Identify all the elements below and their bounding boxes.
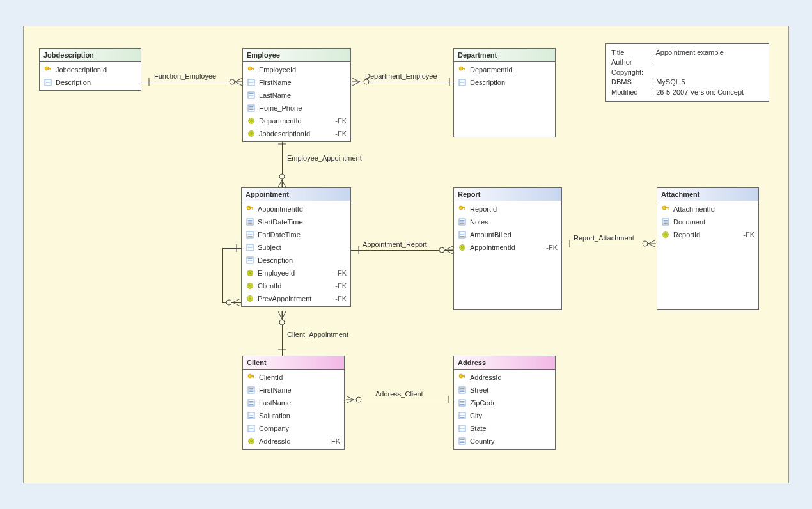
table-column: StartDateTime [242, 215, 350, 228]
table-column: AmountBilled [454, 228, 561, 241]
col-fk-suffix: -FK [743, 231, 754, 239]
col-label: FirstName [259, 386, 340, 394]
table-column: ZipCode [454, 396, 555, 409]
field-icon [247, 78, 256, 87]
col-label: FirstName [259, 79, 347, 86]
col-fk-suffix: -FK [335, 117, 347, 125]
rel-function-employee-crow [235, 78, 242, 86]
col-label: EmployeeId [259, 66, 347, 74]
table-column: EmployeeId -FK [242, 267, 350, 279]
col-label: AddressId [259, 437, 326, 445]
col-fk-suffix: -FK [335, 130, 347, 137]
info-title-value: : Appointment example [652, 48, 724, 58]
rel-employee-appointment-crow [278, 180, 286, 187]
table-column: ClientId -FK [242, 279, 350, 292]
key-icon [458, 373, 467, 382]
entity-employee[interactable]: Employee EmployeeId FirstName LastName H… [242, 48, 351, 142]
table-column: AttachmentId [657, 203, 758, 215]
key-icon [43, 65, 52, 74]
table-column: ReportId [454, 203, 561, 215]
rel-appointment-self-one [233, 244, 240, 252]
col-label: ClientId [258, 282, 332, 290]
entity-appointment-title: Appointment [242, 188, 350, 201]
col-label: LastName [259, 399, 340, 407]
col-label: StartDateTime [258, 218, 347, 226]
table-column: DepartmentId -FK [243, 114, 350, 127]
table-column: AddressId -FK [243, 435, 344, 448]
col-label: AppointmentId [470, 244, 543, 251]
fk-icon [246, 269, 254, 278]
col-label: ClientId [259, 373, 340, 381]
table-column: DepartmentId [454, 63, 555, 76]
col-label: Notes [470, 218, 558, 226]
rel-report-attachment-one [566, 240, 574, 247]
col-label: AppointmentId [258, 205, 347, 213]
table-column: Home_Phone [243, 102, 350, 114]
entity-report[interactable]: Report ReportId Notes AmountBilled Appoi… [453, 187, 562, 310]
info-box: Title : Appointment example Author : Cop… [605, 43, 769, 102]
rel-department-employee-crow [352, 78, 360, 86]
entity-client-title: Client [243, 356, 344, 370]
rel-department-employee-label: Department_Employee [365, 72, 437, 80]
table-column: Country [454, 435, 555, 448]
col-label: Subject [258, 244, 347, 251]
field-icon [661, 217, 670, 226]
col-label: LastName [259, 91, 347, 99]
key-icon [247, 65, 256, 74]
table-column: Description [454, 76, 555, 89]
col-label: Country [470, 437, 551, 445]
key-icon [458, 65, 467, 74]
entity-department-title: Department [454, 49, 555, 62]
fk-icon [247, 116, 256, 125]
col-label: DepartmentId [259, 117, 332, 125]
table-column: AppointmentId [242, 203, 350, 215]
col-label: Document [673, 218, 754, 226]
col-label: Description [56, 79, 137, 86]
table-column: FirstName [243, 384, 344, 396]
col-label: ReportId [673, 231, 740, 239]
col-fk-suffix: -FK [335, 282, 347, 290]
canvas: Function_Employee Department_Employee Em… [0, 0, 812, 509]
rel-function-employee-label: Function_Employee [154, 72, 216, 80]
col-label: AddressId [470, 373, 551, 381]
rel-address-client-crow [346, 396, 354, 403]
col-label: EndDateTime [258, 231, 347, 239]
entity-address[interactable]: Address AddressId Street ZipCode City St… [453, 356, 556, 450]
table-column: City [454, 409, 555, 422]
table-column: EmployeeId [243, 63, 350, 76]
entity-jobdescription[interactable]: Jobdescription JobdescriptionId Descript… [39, 48, 141, 91]
col-label: Street [470, 386, 551, 394]
rel-department-employee-one [446, 78, 453, 86]
rel-appointment-report-label: Appointment_Report [363, 240, 427, 248]
rel-appointment-self-crow [233, 299, 240, 306]
rel-report-attachment-crow [648, 240, 656, 247]
col-label: Description [470, 79, 551, 86]
entity-appointment[interactable]: Appointment AppointmentId StartDateTime … [241, 187, 351, 307]
field-icon [247, 104, 256, 113]
rel-appointment-report-crow [445, 246, 453, 254]
rel-client-appointment-one [278, 346, 286, 354]
table-column: ReportId -FK [657, 228, 758, 241]
info-title-label: Title [611, 48, 652, 58]
entity-employee-title: Employee [243, 49, 350, 62]
col-label: Company [259, 425, 340, 432]
entity-department[interactable]: Department DepartmentId Description [453, 48, 556, 137]
table-column: JobdescriptionId -FK [243, 127, 350, 140]
table-column: LastName [243, 396, 344, 409]
table-column: Street [454, 384, 555, 396]
info-author-label: Author [611, 58, 652, 67]
field-icon [43, 78, 52, 87]
field-icon [458, 78, 467, 87]
entity-client[interactable]: Client ClientId FirstName LastName Salut… [242, 356, 345, 450]
field-icon [458, 424, 467, 433]
field-icon [247, 386, 256, 395]
col-fk-suffix: -FK [335, 269, 347, 277]
rel-address-client-label: Address_Client [375, 390, 423, 398]
rel-appointment-self-zero [225, 299, 233, 306]
fk-icon [247, 437, 256, 446]
rel-client-appointment-label: Client_Appointment [287, 331, 348, 338]
entity-attachment[interactable]: Attachment AttachmentId Document ReportI… [657, 187, 759, 310]
field-icon [247, 398, 256, 407]
col-fk-suffix: -FK [329, 437, 340, 445]
table-column: Salutation [243, 409, 344, 422]
